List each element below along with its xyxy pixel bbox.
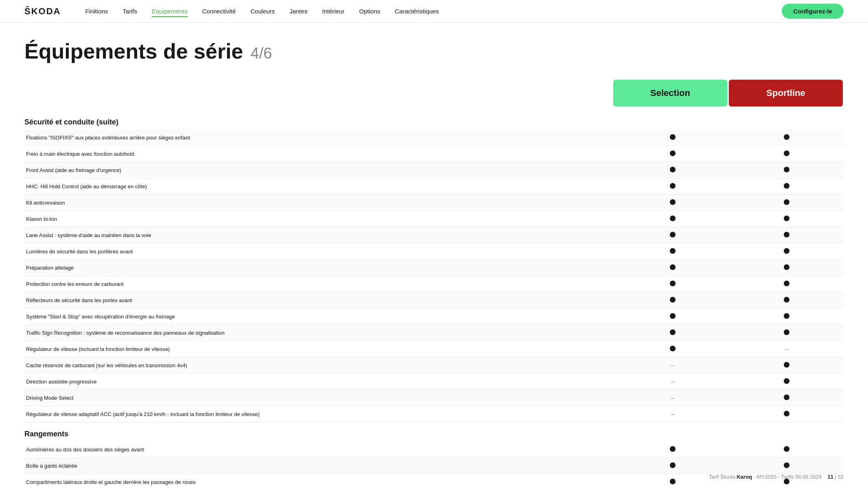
not-available-dash: – [671,362,675,369]
included-bullet-icon [784,378,789,384]
footer-model: Karoq [737,474,752,480]
included-bullet-icon [784,394,789,400]
included-bullet-icon [670,479,676,484]
feature-name-cell: Fixations "ISOFIX®" aux places extérieur… [24,130,616,146]
main-content: Équipements de série 4/6 Selection Sport… [0,23,868,488]
selection-value-cell [616,292,730,309]
sportline-value-cell [730,211,844,227]
included-bullet-icon [670,281,676,286]
feature-name-cell: Compartiments latéraux droite et gauche … [24,474,616,488]
sportline-value-cell [730,442,844,458]
footer-page-current: 11 [827,474,833,480]
feature-name-cell: Aumônières au dos des dossiers des siège… [24,442,616,458]
included-bullet-icon [670,199,676,205]
included-bullet-icon [784,362,789,368]
skoda-logo: ŠKODA [24,6,61,17]
selection-value-cell [616,227,730,244]
included-bullet-icon [784,462,789,468]
not-available-dash: – [671,394,675,401]
sportline-value-cell [730,146,844,162]
page-footer: Tarif Škoda Karoq - MY2025 - Tarifs 08.0… [709,474,844,480]
nav-item-options[interactable]: Options [359,8,380,15]
table-row: Front Assist (aide au freinage d'urgence… [24,162,844,179]
table-row: Fixations "ISOFIX®" aux places extérieur… [24,130,844,146]
selection-value-cell [616,325,730,341]
selection-value-cell [616,195,730,211]
sportline-value-cell: – [730,341,844,357]
included-bullet-icon [784,134,789,140]
sportline-value-cell [730,195,844,211]
not-available-dash: – [671,411,675,418]
nav-item-connectivite[interactable]: Connectivité [202,8,236,15]
selection-value-cell [616,146,730,162]
feature-name-cell: Traffic Sign Recognition : système de re… [24,325,616,341]
not-available-dash: – [671,378,675,385]
selection-value-cell: – [616,374,730,390]
included-bullet-icon [784,446,789,452]
page-title: Équipements de série [24,39,243,63]
page-title-area: Équipements de série 4/6 [24,39,844,63]
page-pagination: 4/6 [251,45,272,62]
feature-name-cell: Klaxon bi-ton [24,211,616,227]
footer-prefix: Tarif Škoda [709,474,735,480]
table-row: Préparation attelage [24,260,844,276]
table-row: Cache réservoir de carburant (sur les vé… [24,357,844,374]
table-row: Driving Mode Select– [24,390,844,406]
section-header-row: Rangements [24,423,844,442]
included-bullet-icon [670,313,676,319]
feature-name-cell: Lumières de sécurité dans les portières … [24,244,616,260]
included-bullet-icon [670,134,676,140]
included-bullet-icon [670,346,676,351]
table-row: Système "Start & Stop" avec récupération… [24,309,844,325]
included-bullet-icon [784,232,789,237]
included-bullet-icon [784,199,789,205]
selection-value-cell: – [616,390,730,406]
sportline-value-cell [730,458,844,474]
sportline-value-cell [730,244,844,260]
nav-item-tarifs[interactable]: Tarifs [122,8,137,15]
included-bullet-icon [670,248,676,254]
selection-value-cell [616,162,730,179]
included-bullet-icon [784,297,789,303]
sportline-value-cell [730,357,844,374]
feature-name-cell: Boîte à gants éclairée [24,458,616,474]
included-bullet-icon [670,446,676,452]
feature-name-cell: Réflecteurs de sécurité dans les portes … [24,292,616,309]
selection-value-cell [616,260,730,276]
included-bullet-icon [784,281,789,286]
included-bullet-icon [670,297,676,303]
feature-name-cell: Préparation attelage [24,260,616,276]
sportline-value-cell [730,130,844,146]
table-row: Traffic Sign Recognition : système de re… [24,325,844,341]
nav-item-finitions[interactable]: Finitions [85,8,108,15]
nav-item-jantes[interactable]: Jantes [289,8,307,15]
included-bullet-icon [670,264,676,270]
column-header-sportline: Sportline [729,80,843,107]
included-bullet-icon [784,411,789,416]
sportline-value-cell [730,276,844,292]
column-header-selection: Selection [613,80,727,107]
nav-item-interieur[interactable]: Intérieur [322,8,345,15]
nav-item-equipements[interactable]: Equipements [152,8,188,15]
column-headers: Selection Sportline [24,80,844,107]
included-bullet-icon [670,216,676,221]
nav-item-couleurs[interactable]: Couleurs [250,8,275,15]
sportline-value-cell [730,309,844,325]
included-bullet-icon [670,167,676,172]
feature-name-cell: Front Assist (aide au freinage d'urgence… [24,162,616,179]
included-bullet-icon [670,329,676,335]
table-row: Réflecteurs de sécurité dans les portes … [24,292,844,309]
selection-value-cell: – [616,406,730,423]
feature-name-cell: Direction assistée progressive [24,374,616,390]
selection-value-cell [616,211,730,227]
selection-value-cell [616,276,730,292]
feature-name-cell: Régulateur de vitesse (incluant la fonct… [24,341,616,357]
configurez-button[interactable]: Configurez-le [782,4,844,19]
nav-item-caracteristiques[interactable]: Caractéristiques [395,8,439,15]
selection-value-cell [616,442,730,458]
sportline-value-cell [730,406,844,423]
included-bullet-icon [784,150,789,156]
footer-page-separator: | [835,474,838,480]
equipment-table: Sécurité et conduite (suite)Fixations "I… [24,111,844,488]
table-row: Lumières de sécurité dans les portières … [24,244,844,260]
